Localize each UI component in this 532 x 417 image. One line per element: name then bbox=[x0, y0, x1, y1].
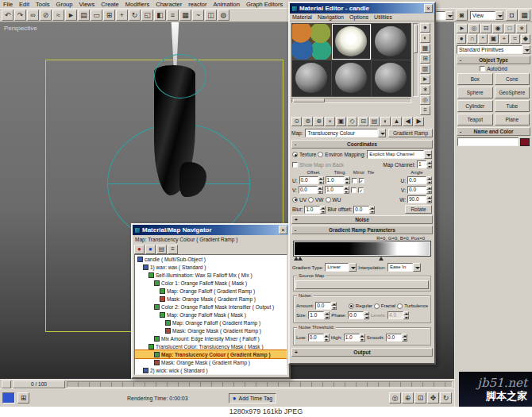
video-color-check-icon[interactable]: ▥ bbox=[420, 64, 430, 74]
menu-item[interactable]: Tools bbox=[36, 1, 50, 8]
view-large-icons-icon[interactable]: ≡ bbox=[168, 245, 178, 254]
rollout-name-color[interactable]: - Name and Color bbox=[457, 127, 530, 136]
tab-modify-icon[interactable]: ◎ bbox=[468, 24, 480, 33]
show-end-result-icon[interactable]: ▲ bbox=[391, 117, 402, 126]
time-slider-left-button[interactable] bbox=[2, 380, 11, 388]
me-menu-item[interactable]: Navigation bbox=[318, 14, 344, 20]
bind-spacewarp-icon[interactable]: ≈ bbox=[52, 10, 64, 21]
menu-item[interactable]: Modifiers bbox=[125, 1, 149, 8]
vw-radio[interactable] bbox=[308, 197, 314, 203]
map-type-button[interactable]: Gradient Ramp bbox=[388, 129, 433, 137]
tiling-u-spinner[interactable]: 1.0 bbox=[326, 176, 350, 184]
tree-item[interactable]: Map: Orange Falloff Mask ( Mask ) bbox=[135, 311, 287, 319]
show-map-on-back-checkbox[interactable] bbox=[292, 162, 298, 168]
environ-radio[interactable] bbox=[318, 152, 323, 157]
material-sample-slot-active[interactable] bbox=[332, 24, 371, 60]
primitive-button-teapot[interactable]: Teapot bbox=[457, 114, 493, 125]
angle-u-spinner[interactable]: 0.0 bbox=[407, 176, 432, 184]
rollout-noise[interactable]: + Noise bbox=[291, 215, 433, 224]
tree-item[interactable]: Mask: Orange Mask ( Gradient Ramp ) bbox=[135, 326, 287, 334]
tree-item[interactable]: Mask: Orange Mask ( Gradient Ramp ) bbox=[135, 295, 287, 303]
rollout-coordinates[interactable]: - Coordinates bbox=[291, 140, 433, 149]
make-unique-icon[interactable]: ◇ bbox=[347, 117, 357, 126]
make-copy-icon[interactable]: ▣ bbox=[336, 117, 346, 126]
material-sample-slot[interactable] bbox=[372, 60, 411, 96]
regular-radio[interactable] bbox=[349, 303, 354, 309]
turbulence-radio[interactable] bbox=[397, 303, 403, 309]
cat-geometry-icon[interactable]: ● bbox=[457, 34, 466, 44]
blur-offset-spinner[interactable]: 0.0 bbox=[353, 206, 375, 214]
material-editor-titlebar[interactable]: Material Editor - candle × bbox=[290, 3, 434, 14]
selection-lock-toggle[interactable] bbox=[2, 392, 15, 403]
close-icon[interactable]: × bbox=[279, 226, 287, 234]
me-menu-item[interactable]: Utilities bbox=[374, 14, 392, 20]
curve-editor-icon[interactable]: ~ bbox=[192, 10, 204, 21]
unlink-icon[interactable]: ⊘ bbox=[40, 10, 52, 21]
menu-item[interactable]: Animation bbox=[214, 1, 240, 8]
schematic-view-icon[interactable]: ◫ bbox=[205, 10, 217, 21]
assign-to-selection-icon[interactable]: ⊕ bbox=[314, 117, 324, 126]
primitive-button-cone[interactable]: Cone bbox=[495, 73, 530, 85]
tree-item[interactable]: Map: Translucency Colour ( Gradient Ramp… bbox=[135, 350, 287, 358]
tab-utilities-icon[interactable]: ∗ bbox=[516, 24, 527, 33]
tab-create-icon[interactable]: ► bbox=[457, 24, 468, 33]
rollout-object-type[interactable]: - Object Type bbox=[457, 56, 530, 64]
fractal-radio[interactable] bbox=[374, 303, 380, 309]
rollout-output[interactable]: + Output bbox=[291, 348, 433, 357]
select-by-material-icon[interactable]: ◎ bbox=[420, 95, 430, 105]
me-menu-item[interactable]: Material bbox=[292, 14, 312, 20]
gradient-flag[interactable] bbox=[379, 257, 384, 261]
menu-item[interactable]: Graph Editors bbox=[246, 1, 283, 8]
noise-amount-spinner[interactable]: 0.0 bbox=[315, 302, 337, 310]
menu-item[interactable]: Edit bbox=[19, 1, 29, 8]
sample-type-icon[interactable]: ● bbox=[420, 23, 430, 33]
primitive-button-box[interactable]: Box bbox=[457, 73, 493, 85]
add-time-tag[interactable]: ● Add Time Tag bbox=[229, 393, 277, 403]
rotate-button[interactable]: Rotate bbox=[405, 205, 432, 214]
tree-item[interactable]: Translucent Color: Translucency Mask ( M… bbox=[135, 342, 287, 350]
material-editor-window[interactable]: Material Editor - candle × MaterialNavig… bbox=[288, 2, 436, 365]
noise-phase-spinner[interactable]: 0.0 bbox=[348, 311, 369, 319]
blur-spinner[interactable]: 1.0 bbox=[304, 206, 326, 214]
tree-item[interactable]: Map: Orange Falloff ( Gradient Ramp ) bbox=[135, 287, 287, 295]
use-pivot-center-icon[interactable]: ◙ bbox=[456, 10, 468, 21]
move-icon[interactable]: + bbox=[116, 10, 128, 21]
threshold-smooth-spinner[interactable]: 0.0 bbox=[386, 334, 407, 342]
align-icon[interactable]: ≡ bbox=[167, 10, 179, 21]
tree-item[interactable]: 1) wax: wax ( Standard ) bbox=[135, 263, 287, 271]
material-editor-icon[interactable]: ◍ bbox=[218, 10, 229, 21]
sample-uv-tiling-icon[interactable]: ⊞ bbox=[420, 54, 430, 64]
object-color-swatch[interactable] bbox=[520, 138, 530, 146]
menu-item[interactable]: reactor bbox=[188, 1, 206, 8]
named-selection-dropdown[interactable]: View bbox=[470, 11, 503, 20]
tree-item[interactable]: candle ( Multi/Sub-Object ) bbox=[135, 255, 287, 263]
zoom-icon[interactable]: ◎ bbox=[389, 392, 401, 403]
tab-motion-icon[interactable]: ◉ bbox=[492, 24, 503, 33]
make-preview-icon[interactable]: ► bbox=[420, 75, 430, 84]
chevron-down-icon[interactable] bbox=[522, 45, 530, 54]
sample-hscrollbar[interactable] bbox=[291, 98, 411, 103]
chevron-down-icon[interactable] bbox=[413, 263, 421, 272]
cat-systems-icon[interactable]: ◆ bbox=[521, 34, 530, 44]
primitive-button-plane[interactable]: Plane bbox=[495, 114, 530, 125]
rotate-gizmo-small[interactable] bbox=[154, 54, 206, 98]
material-sample-slot[interactable] bbox=[332, 60, 371, 96]
material-id-channel-icon[interactable]: ▤ bbox=[369, 117, 380, 126]
options-icon[interactable]: ∗ bbox=[420, 85, 430, 95]
menu-item[interactable]: File bbox=[3, 1, 13, 8]
gradient-type-dropdown[interactable]: Linear bbox=[325, 263, 357, 272]
view-list-icon[interactable]: ● bbox=[134, 245, 145, 254]
region-select-icon[interactable]: ▭ bbox=[91, 10, 102, 21]
tiling-v-spinner[interactable]: 1.0 bbox=[325, 186, 349, 194]
mirror-u-checkbox[interactable] bbox=[352, 178, 357, 183]
absolute-mode-icon[interactable]: ⊞ bbox=[17, 392, 29, 403]
threshold-low-spinner[interactable]: 0.0 bbox=[308, 334, 330, 342]
chevron-down-icon[interactable] bbox=[378, 129, 386, 137]
navigator-titlebar[interactable]: Material/Map Navigator × bbox=[133, 225, 289, 235]
select-link-icon[interactable]: ∞ bbox=[27, 10, 39, 21]
put-to-scene-icon[interactable]: ⊚ bbox=[303, 117, 313, 126]
tree-item[interactable]: Color 2: Orange Falloff Mask Intensifier… bbox=[135, 303, 287, 311]
material-map-navigator-window[interactable]: Material/Map Navigator × Map: Translucen… bbox=[131, 223, 291, 379]
select-object-icon[interactable]: ► bbox=[65, 10, 77, 21]
tree-item[interactable]: Self-Illumination: Wax SI Falloff Mix ( … bbox=[135, 271, 287, 279]
